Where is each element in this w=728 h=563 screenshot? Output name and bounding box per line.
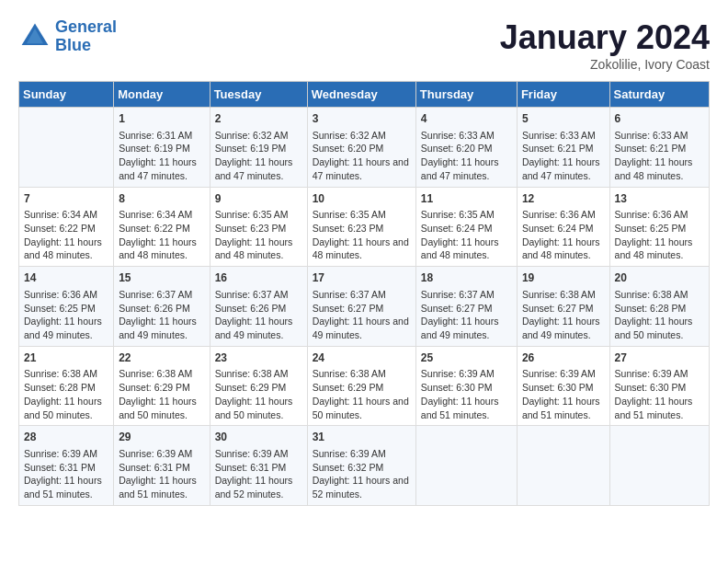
- location-subtitle: Zokolilie, Ivory Coast: [500, 57, 710, 72]
- calendar-cell: 25Sunrise: 6:39 AM Sunset: 6:30 PM Dayli…: [415, 346, 517, 426]
- cell-content: Sunrise: 6:34 AM Sunset: 6:22 PM Dayligh…: [119, 208, 204, 262]
- calendar-cell: 4Sunrise: 6:33 AM Sunset: 6:20 PM Daylig…: [415, 108, 517, 188]
- calendar-week-row: 7Sunrise: 6:34 AM Sunset: 6:22 PM Daylig…: [19, 187, 710, 267]
- day-number: 31: [313, 430, 411, 445]
- calendar-cell: 29Sunrise: 6:39 AM Sunset: 6:31 PM Dayli…: [114, 426, 210, 506]
- calendar-cell: 16Sunrise: 6:37 AM Sunset: 6:26 PM Dayli…: [210, 267, 307, 347]
- day-number: 22: [119, 350, 204, 366]
- calendar-header: Sunday Monday Tuesday Wednesday Thursday…: [19, 82, 710, 108]
- logo-text: General Blue: [55, 18, 117, 55]
- day-number: 24: [313, 350, 411, 366]
- calendar-cell: 19Sunrise: 6:38 AM Sunset: 6:27 PM Dayli…: [517, 267, 609, 347]
- day-number: 8: [119, 191, 204, 207]
- cell-content: Sunrise: 6:35 AM Sunset: 6:23 PM Dayligh…: [313, 208, 411, 262]
- col-saturday: Saturday: [609, 82, 709, 108]
- calendar-cell: 20Sunrise: 6:38 AM Sunset: 6:28 PM Dayli…: [609, 267, 709, 347]
- calendar-body: 1Sunrise: 6:31 AM Sunset: 6:19 PM Daylig…: [19, 108, 710, 506]
- day-number: 15: [119, 270, 204, 286]
- calendar-cell: 22Sunrise: 6:38 AM Sunset: 6:29 PM Dayli…: [114, 346, 210, 426]
- calendar-week-row: 28Sunrise: 6:39 AM Sunset: 6:31 PM Dayli…: [19, 426, 710, 506]
- cell-content: Sunrise: 6:31 AM Sunset: 6:19 PM Dayligh…: [119, 129, 204, 183]
- day-number: 25: [421, 350, 512, 366]
- cell-content: Sunrise: 6:32 AM Sunset: 6:19 PM Dayligh…: [215, 129, 302, 183]
- calendar-cell: 1Sunrise: 6:31 AM Sunset: 6:19 PM Daylig…: [114, 108, 210, 188]
- col-wednesday: Wednesday: [307, 82, 415, 108]
- day-number: 30: [215, 430, 302, 445]
- col-sunday: Sunday: [19, 82, 114, 108]
- page-header: General Blue January 2024 Zokolilie, Ivo…: [18, 18, 710, 72]
- day-number: 27: [615, 350, 704, 366]
- cell-content: Sunrise: 6:38 AM Sunset: 6:29 PM Dayligh…: [313, 367, 411, 421]
- day-number: 11: [421, 191, 512, 207]
- col-thursday: Thursday: [415, 82, 517, 108]
- cell-content: Sunrise: 6:38 AM Sunset: 6:29 PM Dayligh…: [119, 367, 204, 421]
- cell-content: Sunrise: 6:39 AM Sunset: 6:31 PM Dayligh…: [119, 447, 204, 501]
- day-number: 28: [24, 430, 108, 445]
- calendar-cell: 26Sunrise: 6:39 AM Sunset: 6:30 PM Dayli…: [517, 346, 609, 426]
- calendar-cell: 31Sunrise: 6:39 AM Sunset: 6:32 PM Dayli…: [307, 426, 415, 506]
- col-monday: Monday: [114, 82, 210, 108]
- day-number: 6: [615, 111, 704, 127]
- calendar-cell: 24Sunrise: 6:38 AM Sunset: 6:29 PM Dayli…: [307, 346, 415, 426]
- cell-content: Sunrise: 6:37 AM Sunset: 6:27 PM Dayligh…: [313, 288, 411, 342]
- day-number: 21: [24, 350, 108, 366]
- cell-content: Sunrise: 6:33 AM Sunset: 6:20 PM Dayligh…: [421, 129, 512, 183]
- day-number: 26: [522, 350, 605, 366]
- day-number: 1: [119, 111, 204, 127]
- calendar-cell: 6Sunrise: 6:33 AM Sunset: 6:21 PM Daylig…: [609, 108, 709, 188]
- month-title: January 2024: [500, 18, 710, 57]
- day-number: 29: [119, 430, 204, 445]
- calendar-cell: 5Sunrise: 6:33 AM Sunset: 6:21 PM Daylig…: [517, 108, 609, 188]
- day-number: 3: [313, 111, 411, 127]
- cell-content: Sunrise: 6:37 AM Sunset: 6:27 PM Dayligh…: [421, 288, 512, 342]
- header-row: Sunday Monday Tuesday Wednesday Thursday…: [19, 82, 710, 108]
- calendar-cell: 12Sunrise: 6:36 AM Sunset: 6:24 PM Dayli…: [517, 187, 609, 267]
- calendar-week-row: 14Sunrise: 6:36 AM Sunset: 6:25 PM Dayli…: [19, 267, 710, 347]
- cell-content: Sunrise: 6:36 AM Sunset: 6:25 PM Dayligh…: [24, 288, 108, 342]
- calendar-cell: 30Sunrise: 6:39 AM Sunset: 6:31 PM Dayli…: [210, 426, 307, 506]
- day-number: 4: [421, 111, 512, 127]
- calendar-cell: 13Sunrise: 6:36 AM Sunset: 6:25 PM Dayli…: [609, 187, 709, 267]
- cell-content: Sunrise: 6:39 AM Sunset: 6:31 PM Dayligh…: [215, 447, 302, 501]
- calendar-cell: 14Sunrise: 6:36 AM Sunset: 6:25 PM Dayli…: [19, 267, 114, 347]
- logo-blue: Blue: [55, 36, 91, 54]
- calendar-cell: 3Sunrise: 6:32 AM Sunset: 6:20 PM Daylig…: [307, 108, 415, 188]
- calendar-cell: [19, 108, 114, 188]
- day-number: 17: [313, 270, 411, 286]
- calendar-cell: 9Sunrise: 6:35 AM Sunset: 6:23 PM Daylig…: [210, 187, 307, 267]
- day-number: 14: [24, 270, 108, 286]
- day-number: 9: [215, 191, 302, 207]
- cell-content: Sunrise: 6:39 AM Sunset: 6:30 PM Dayligh…: [421, 367, 512, 421]
- calendar-cell: [609, 426, 709, 506]
- calendar-table: Sunday Monday Tuesday Wednesday Thursday…: [18, 81, 710, 506]
- calendar-cell: 18Sunrise: 6:37 AM Sunset: 6:27 PM Dayli…: [415, 267, 517, 347]
- cell-content: Sunrise: 6:39 AM Sunset: 6:30 PM Dayligh…: [522, 367, 605, 421]
- day-number: 20: [615, 270, 704, 286]
- cell-content: Sunrise: 6:38 AM Sunset: 6:28 PM Dayligh…: [615, 288, 704, 342]
- day-number: 5: [522, 111, 605, 127]
- calendar-week-row: 21Sunrise: 6:38 AM Sunset: 6:28 PM Dayli…: [19, 346, 710, 426]
- calendar-cell: 28Sunrise: 6:39 AM Sunset: 6:31 PM Dayli…: [19, 426, 114, 506]
- cell-content: Sunrise: 6:36 AM Sunset: 6:24 PM Dayligh…: [522, 208, 605, 262]
- cell-content: Sunrise: 6:39 AM Sunset: 6:31 PM Dayligh…: [24, 447, 108, 501]
- calendar-cell: 27Sunrise: 6:39 AM Sunset: 6:30 PM Dayli…: [609, 346, 709, 426]
- calendar-cell: 17Sunrise: 6:37 AM Sunset: 6:27 PM Dayli…: [307, 267, 415, 347]
- cell-content: Sunrise: 6:34 AM Sunset: 6:22 PM Dayligh…: [24, 208, 108, 262]
- cell-content: Sunrise: 6:39 AM Sunset: 6:32 PM Dayligh…: [313, 447, 411, 501]
- cell-content: Sunrise: 6:37 AM Sunset: 6:26 PM Dayligh…: [119, 288, 204, 342]
- logo-icon: [18, 20, 51, 53]
- cell-content: Sunrise: 6:33 AM Sunset: 6:21 PM Dayligh…: [615, 129, 704, 183]
- calendar-cell: 7Sunrise: 6:34 AM Sunset: 6:22 PM Daylig…: [19, 187, 114, 267]
- day-number: 12: [522, 191, 605, 207]
- title-block: January 2024 Zokolilie, Ivory Coast: [500, 18, 710, 72]
- logo: General Blue: [18, 18, 117, 55]
- cell-content: Sunrise: 6:37 AM Sunset: 6:26 PM Dayligh…: [215, 288, 302, 342]
- cell-content: Sunrise: 6:39 AM Sunset: 6:30 PM Dayligh…: [615, 367, 704, 421]
- calendar-cell: 8Sunrise: 6:34 AM Sunset: 6:22 PM Daylig…: [114, 187, 210, 267]
- calendar-cell: 2Sunrise: 6:32 AM Sunset: 6:19 PM Daylig…: [210, 108, 307, 188]
- cell-content: Sunrise: 6:35 AM Sunset: 6:23 PM Dayligh…: [215, 208, 302, 262]
- calendar-cell: 23Sunrise: 6:38 AM Sunset: 6:29 PM Dayli…: [210, 346, 307, 426]
- cell-content: Sunrise: 6:35 AM Sunset: 6:24 PM Dayligh…: [421, 208, 512, 262]
- cell-content: Sunrise: 6:32 AM Sunset: 6:20 PM Dayligh…: [313, 129, 411, 183]
- day-number: 23: [215, 350, 302, 366]
